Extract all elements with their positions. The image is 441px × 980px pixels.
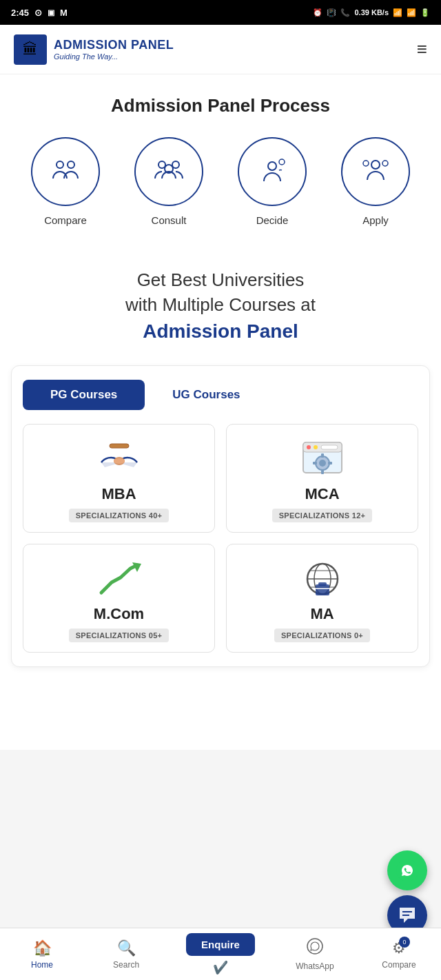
course-card-ma[interactable]: MA SPECIALIZATIONS 0+ bbox=[226, 544, 418, 653]
svg-point-5 bbox=[268, 162, 276, 170]
svg-point-0 bbox=[57, 161, 63, 168]
battery-icon: 🔋 bbox=[420, 8, 430, 17]
course-card-mba[interactable]: MBA SPECIALIZATIONS 40+ bbox=[23, 424, 215, 533]
step-circle-compare bbox=[31, 137, 100, 206]
step-label-apply: Apply bbox=[362, 214, 389, 226]
svg-point-9 bbox=[363, 161, 369, 166]
process-title: Admission Panel Process bbox=[14, 95, 427, 116]
nav-search-label: Search bbox=[113, 960, 139, 970]
signal-icon: 📶 bbox=[407, 8, 416, 17]
process-steps: Compare Consult bbox=[14, 137, 427, 226]
ma-name: MA bbox=[310, 605, 334, 623]
app-header: ADMISSION PANEL Guiding The Way... ≡ bbox=[0, 25, 441, 74]
whatsapp-float-button[interactable] bbox=[387, 850, 427, 890]
hero-section: Get Best Universities with Multiple Cour… bbox=[0, 247, 441, 351]
status-left: 2:45 ⊙ ▣ M bbox=[11, 8, 68, 18]
step-label-consult: Consult bbox=[152, 214, 187, 226]
enquire-icon: ✔️ bbox=[213, 960, 228, 975]
svg-point-18 bbox=[319, 460, 326, 467]
svg-rect-19 bbox=[321, 453, 324, 458]
network-speed: 0.39 KB/s bbox=[354, 8, 389, 17]
mca-badge: SPECIALIZATIONS 12+ bbox=[272, 509, 373, 522]
tab-pg-courses[interactable]: PG Courses bbox=[23, 380, 145, 410]
nav-home-label: Home bbox=[31, 960, 53, 970]
svg-point-6 bbox=[279, 159, 285, 165]
hero-brand: Admission Panel bbox=[143, 320, 298, 342]
svg-point-7 bbox=[371, 161, 380, 169]
tab-ug-courses[interactable]: UG Courses bbox=[145, 380, 267, 410]
hero-line1: Get Best Universities bbox=[137, 269, 305, 290]
time: 2:45 bbox=[11, 8, 29, 18]
course-tabs: PG Courses UG Courses bbox=[23, 380, 418, 410]
alarm-icon: ⏰ bbox=[313, 8, 322, 17]
step-compare[interactable]: Compare bbox=[31, 137, 100, 226]
nav-whatsapp[interactable]: WhatsApp bbox=[291, 938, 339, 971]
mba-icon bbox=[94, 438, 144, 480]
course-card-mcom[interactable]: M.Com SPECIALIZATIONS 05+ bbox=[23, 544, 215, 653]
gmail-icon: M bbox=[60, 8, 68, 18]
enquire-button[interactable]: Enquire bbox=[186, 933, 255, 956]
call-icon: 📞 bbox=[340, 8, 350, 17]
ma-icon bbox=[298, 558, 347, 600]
logo-title: ADMISSION PANEL bbox=[54, 38, 174, 52]
nav-home[interactable]: 🏠 Home bbox=[18, 939, 66, 970]
mba-badge: SPECIALIZATIONS 40+ bbox=[69, 509, 170, 522]
process-section: Admission Panel Process Compare bbox=[0, 74, 441, 247]
home-icon: 🏠 bbox=[33, 939, 52, 957]
svg-point-15 bbox=[314, 445, 318, 449]
nav-whatsapp-label: WhatsApp bbox=[296, 961, 334, 971]
status-bar: 2:45 ⊙ ▣ M ⏰ 📳 📞 0.39 KB/s 📶 📶 🔋 bbox=[0, 0, 441, 25]
wifi-icon: 📶 bbox=[393, 8, 402, 17]
decide-icon bbox=[256, 155, 289, 188]
step-decide[interactable]: Decide bbox=[238, 137, 307, 226]
svg-rect-20 bbox=[321, 470, 324, 474]
apply-icon bbox=[359, 155, 392, 188]
mba-name: MBA bbox=[101, 485, 136, 503]
svg-rect-29 bbox=[316, 584, 329, 595]
mca-icon bbox=[298, 438, 347, 480]
logo-text: ADMISSION PANEL Guiding The Way... bbox=[54, 38, 174, 61]
nav-compare[interactable]: ⚙ 0 Compare bbox=[375, 939, 423, 970]
hero-text: Get Best Universities with Multiple Cour… bbox=[28, 267, 413, 345]
course-card-mca[interactable]: MCA SPECIALIZATIONS 12+ bbox=[226, 424, 418, 533]
status-right: ⏰ 📳 📞 0.39 KB/s 📶 📶 🔋 bbox=[313, 8, 430, 17]
svg-rect-16 bbox=[321, 445, 338, 449]
vibrate-icon: 📳 bbox=[327, 8, 336, 17]
courses-section: PG Courses UG Courses MBA bbox=[11, 365, 430, 667]
compare-icon bbox=[49, 155, 82, 188]
step-circle-apply bbox=[341, 137, 410, 206]
step-consult[interactable]: Consult bbox=[134, 137, 203, 226]
nav-search[interactable]: 🔍 Search bbox=[102, 939, 150, 970]
mcom-icon bbox=[94, 558, 144, 600]
step-label-compare: Compare bbox=[44, 214, 87, 226]
compare-badge-container: ⚙ 0 bbox=[392, 939, 406, 957]
step-circle-decide bbox=[238, 137, 307, 206]
svg-rect-10 bbox=[110, 444, 129, 448]
svg-point-1 bbox=[68, 161, 74, 168]
notification-icon: ▣ bbox=[48, 8, 54, 17]
nav-compare-label: Compare bbox=[382, 960, 416, 970]
logo-subtitle: Guiding The Way... bbox=[54, 52, 174, 61]
ma-badge: SPECIALIZATIONS 0+ bbox=[274, 629, 370, 642]
instagram-icon: ⊙ bbox=[34, 8, 42, 18]
logo-icon bbox=[14, 34, 47, 65]
mca-name: MCA bbox=[305, 485, 339, 503]
main-content: Admission Panel Process Compare bbox=[0, 74, 441, 750]
whatsapp-nav-icon bbox=[307, 938, 323, 959]
compare-badge: 0 bbox=[399, 937, 410, 948]
search-icon: 🔍 bbox=[117, 939, 136, 957]
hero-line2: with Multiple Courses at bbox=[125, 294, 316, 315]
hamburger-menu[interactable]: ≡ bbox=[417, 39, 427, 60]
step-label-decide: Decide bbox=[256, 214, 289, 226]
svg-rect-30 bbox=[318, 582, 327, 586]
step-apply[interactable]: Apply bbox=[341, 137, 410, 226]
courses-grid: MBA SPECIALIZATIONS 40+ bbox=[23, 424, 418, 653]
bottom-nav: 🏠 Home 🔍 Search Enquire ✔️ WhatsApp ⚙ 0 … bbox=[0, 928, 441, 980]
nav-enquire[interactable]: Enquire ✔️ bbox=[186, 933, 255, 975]
svg-rect-21 bbox=[313, 462, 317, 465]
step-circle-consult bbox=[134, 137, 203, 206]
consult-icon bbox=[152, 155, 185, 188]
svg-rect-22 bbox=[328, 462, 332, 465]
mcom-badge: SPECIALIZATIONS 05+ bbox=[69, 629, 170, 642]
svg-point-8 bbox=[382, 161, 388, 166]
